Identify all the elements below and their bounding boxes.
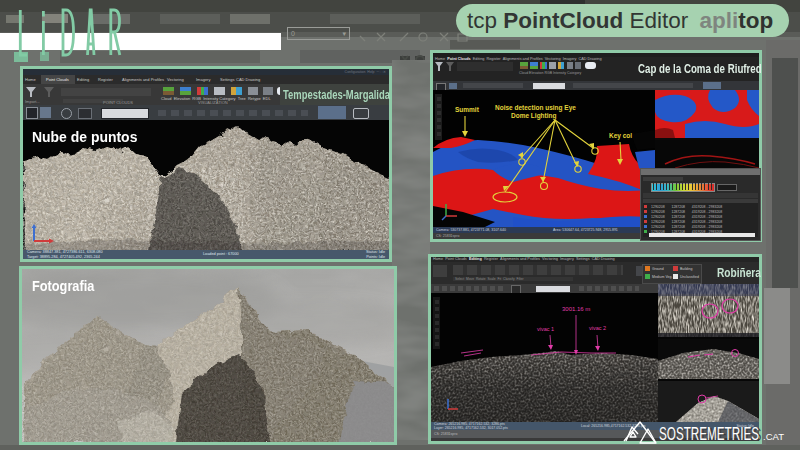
svg-text:3001.16 m: 3001.16 m (562, 306, 590, 312)
svg-text:Key col: Key col (609, 132, 632, 140)
svg-text:Summit: Summit (455, 106, 480, 113)
svg-text:SOSTREMETRIES: SOSTREMETRIES (659, 423, 759, 444)
svg-text:Dome Lighting: Dome Lighting (511, 112, 557, 120)
svg-text:.CAT: .CAT (763, 432, 784, 442)
svg-text:vivac 2: vivac 2 (589, 325, 606, 331)
svg-text:vivac 1: vivac 1 (537, 326, 554, 332)
svg-text:Noise detection using Eye: Noise detection using Eye (495, 104, 576, 112)
